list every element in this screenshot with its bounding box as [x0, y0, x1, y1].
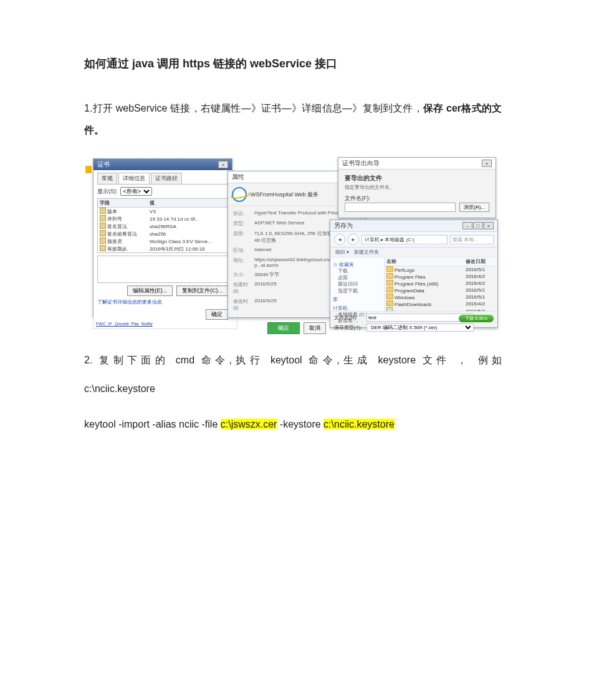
- table-row[interactable]: 颁发者WoSign Class 3 EV Serve...: [98, 237, 227, 245]
- certificate-window: 证书 × 常规 详细信息 证书路径 显示(S): <所有>: [93, 158, 232, 317]
- nav-pc[interactable]: 计算机: [333, 305, 381, 312]
- certificate-fields-table[interactable]: 字段 值 版本V3序列号19 33 14 7d 1d cc 0f...签名算法s…: [97, 198, 228, 253]
- cancel-button[interactable]: 取消: [304, 322, 326, 334]
- table-row[interactable]: 序列号19 33 14 7d 1d cc 0f...: [98, 215, 227, 223]
- close-icon[interactable]: ×: [482, 160, 492, 167]
- table-row[interactable]: 签名哈希算法sha256: [98, 230, 227, 237]
- wizard-sub: 指定要导出的文件名。: [345, 184, 489, 191]
- filename-label: 文件名(N):: [334, 314, 366, 321]
- keytool-command: keytool -import -alias nciic -file c:\js…: [84, 413, 502, 435]
- cmd-cer-path: c:\jswszx.cer: [221, 419, 277, 429]
- value-box: [97, 256, 228, 283]
- certificate-window-title: 证书: [97, 160, 110, 169]
- edit-properties-button[interactable]: 编辑属性(E)...: [127, 285, 173, 296]
- step-2: 2. 复制下面的 cmd 命令,执行 keytool 命令,生成 keystor…: [84, 349, 502, 371]
- maximize-icon[interactable]: □: [473, 222, 483, 229]
- cmd-prefix: keytool -import -alias nciic -file: [84, 419, 221, 429]
- table-row[interactable]: 到2017年3月25日 11:00:18: [98, 252, 227, 253]
- properties-title: 属性: [232, 173, 244, 181]
- wizard-titlebar: 证书导出向导 ×: [338, 158, 496, 170]
- tab-details[interactable]: 详细信息: [118, 173, 150, 184]
- file-row[interactable]: jswsxn.cer2016/5/2: [385, 307, 497, 311]
- close-icon[interactable]: ×: [218, 161, 228, 168]
- new-folder-button[interactable]: 新建文件夹: [354, 249, 379, 256]
- ie-icon: [232, 187, 247, 202]
- filename-input[interactable]: [366, 314, 474, 322]
- step-1: 1.打开 webService 链接，右键属性—》证书—》详细信息—》复制到文件…: [84, 97, 502, 141]
- filename-label: 文件名(F):: [345, 194, 489, 203]
- download-toast: 下载 8.0K/s: [459, 315, 494, 322]
- nav-item[interactable]: 桌面: [338, 275, 381, 281]
- close-icon[interactable]: ×: [484, 222, 494, 229]
- table-row[interactable]: 有效期从2016年3月25日 11:00:18: [98, 245, 227, 252]
- nav-tree[interactable]: ☆ 收藏夹 下载桌面最近访问迅雷下载 库 计算机 本地磁盘 (C:)新加卷 ..…: [330, 257, 385, 311]
- browse-button[interactable]: 浏览(R)...: [459, 203, 489, 212]
- file-row[interactable]: PerfLogs2016/5/1: [385, 266, 497, 274]
- cmd-keystore-path: c:\nciic.keystore: [323, 419, 395, 429]
- save-as-title: 另存为: [334, 221, 353, 230]
- col-name[interactable]: 名称: [385, 257, 464, 266]
- show-label: 显示(S):: [97, 188, 118, 196]
- tab-general[interactable]: 常规: [97, 173, 117, 184]
- file-row[interactable]: Program Files (x86)2016/4/2: [385, 280, 497, 287]
- bg-link-3: FWC_IF_Qrcode_Pay_Notify: [96, 322, 234, 327]
- organize-menu[interactable]: 组织 ▾: [335, 249, 349, 256]
- figure-screenshots: FWC_IF_Qrcode_Pay V2.13 : 下载支付 FWC_IF_Qr…: [85, 155, 500, 329]
- more-info-link[interactable]: 了解证书详细信息的更多信息: [97, 299, 228, 305]
- filetype-label: 保存类型(T):: [334, 324, 366, 331]
- minimize-icon[interactable]: –: [462, 222, 472, 229]
- nav-lib[interactable]: 库: [333, 296, 381, 303]
- table-row[interactable]: 签名算法sha256RSA: [98, 223, 227, 230]
- step-2-text: 2. 复制下面的 cmd 命令,执行 keytool 命令,生成 keystor…: [84, 355, 502, 365]
- col-value: 值: [148, 199, 227, 208]
- file-list[interactable]: 名称 修改日期 PerfLogs2016/5/1Program Files201…: [385, 257, 497, 311]
- show-select[interactable]: <所有>: [120, 187, 152, 196]
- wizard-title: 证书导出向导: [342, 159, 380, 168]
- nav-item[interactable]: 下载: [338, 268, 381, 274]
- forward-icon[interactable]: ►: [348, 234, 359, 245]
- search-input[interactable]: 搜索 本地...: [450, 235, 494, 244]
- cmd-mid: -keystore: [277, 419, 323, 429]
- export-wizard-window: 证书导出向导 × 要导出的文件 指定要导出的文件名。 文件名(F): 浏览(R)…: [338, 157, 496, 218]
- copy-to-file-button[interactable]: 复制到文件(C)...: [176, 285, 228, 296]
- save-as-titlebar: 另存为 – □ ×: [330, 220, 497, 232]
- ok-button[interactable]: 确定: [206, 309, 228, 320]
- properties-header: WSFromHospital Web 服务: [251, 191, 318, 199]
- certificate-window-titlebar: 证书 ×: [93, 159, 232, 170]
- step-2-cont: c:\nciic.keystore: [84, 378, 502, 400]
- file-row[interactable]: FlashDownloads2016/4/2: [385, 300, 497, 307]
- file-row[interactable]: Program Files2016/4/2: [385, 273, 497, 280]
- filename-input[interactable]: [345, 203, 456, 212]
- file-row[interactable]: ProgramData2016/5/1: [385, 287, 497, 294]
- nav-fav[interactable]: ☆ 收藏夹: [333, 261, 381, 268]
- nav-item[interactable]: 迅雷下载: [338, 288, 381, 294]
- file-row[interactable]: Windows2016/5/1: [385, 294, 497, 300]
- wizard-heading: 要导出的文件: [345, 175, 382, 181]
- col-date[interactable]: 修改日期: [464, 257, 497, 266]
- ok-button[interactable]: 确定: [267, 322, 300, 334]
- certificate-tabs[interactable]: 常规 详细信息 证书路径: [97, 173, 228, 185]
- marker: [85, 166, 92, 173]
- table-row[interactable]: 版本V3: [98, 208, 227, 216]
- nav-item[interactable]: 最近访问: [338, 281, 381, 287]
- save-as-window: 另存为 – □ × ◄ ► 计算机 ▸ 本地磁盘 (C:) 搜索 本地... 组…: [330, 219, 498, 328]
- doc-title: 如何通过 java 调用 https 链接的 webService 接口: [84, 56, 502, 71]
- back-icon[interactable]: ◄: [334, 234, 345, 245]
- filetype-select[interactable]: DER 编码二进制 X.509 (*.cer): [366, 324, 474, 332]
- step-1-text: 1.打开 webService 链接，右键属性—》证书—》详细信息—》复制到文件…: [84, 103, 423, 113]
- breadcrumb[interactable]: 计算机 ▸ 本地磁盘 (C:): [362, 235, 448, 244]
- col-field: 字段: [98, 199, 148, 208]
- tab-path[interactable]: 证书路径: [151, 173, 182, 184]
